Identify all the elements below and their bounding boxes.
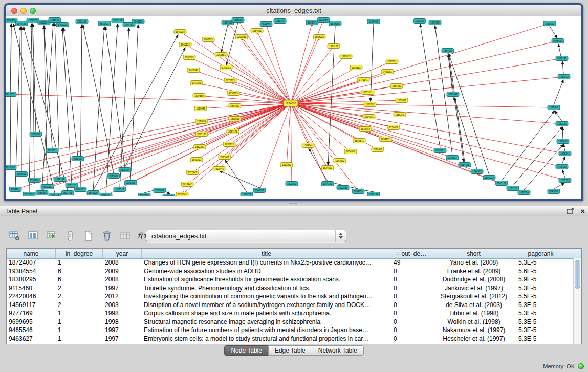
graph-node[interactable]: 2204091 [363,115,375,119]
table-cell-year[interactable]: 2012 [103,293,142,300]
graph-node[interactable]: 1125484 [317,18,330,23]
table-cell-title[interactable]: Tourette syndrome. Phenomenology and cla… [142,285,391,292]
graph-node[interactable]: 1543823 [334,159,346,163]
graph-node[interactable]: 1906121 [328,44,340,49]
table-cell-short[interactable]: Hescheler et al. (1997) [431,335,516,342]
graph-node[interactable]: 1201077 [74,187,86,192]
graph-node[interactable]: 1551503 [543,21,556,26]
graph-node[interactable]: 1036141 [559,151,571,156]
graph-node[interactable]: 2055233 [124,181,137,185]
graph-node[interactable]: 1590124 [28,178,40,183]
table-cell-year[interactable]: 1998 [103,318,142,325]
show-columns-button[interactable] [26,228,41,244]
delete-table-button[interactable] [99,228,115,244]
table-cell-out-de-[interactable]: 0 [391,310,431,317]
column-header-pagerank[interactable]: pagerank [516,249,565,258]
table-cell-pagerank[interactable]: 5.3E-5 [516,301,565,309]
graph-node[interactable]: 9614121 [459,163,471,167]
graph-node[interactable]: 1548086 [329,21,341,26]
graph-node[interactable]: 1861121 [507,186,519,191]
table-cell-short[interactable]: Nakamura et al. (1997) [431,326,516,334]
graph-node[interactable]: 1188640 [49,18,61,23]
table-cell-pagerank[interactable]: 5.3E-5 [516,310,565,317]
graph-node[interactable]: 1861363 [559,178,571,183]
table-cell-in-degree[interactable]: 6 [56,268,103,275]
column-header-in-degree[interactable]: in_degree [56,249,103,258]
graph-node[interactable]: 1884323 [483,176,495,180]
scrollbar-thumb[interactable] [575,260,580,289]
graph-node[interactable]: 2056951 [15,172,28,177]
graph-node[interactable]: 6879313 [229,104,241,108]
graph-node[interactable]: 1093443 [194,106,207,111]
graph-node[interactable]: 1872104 [49,193,61,197]
table-cell-year[interactable]: 2008 [103,259,142,266]
table-row[interactable]: 946362711997Embryonic stem cells: a mode… [7,335,574,343]
graph-node[interactable]: 1755023 [56,23,69,27]
graph-node[interactable]: 2067171 [227,129,239,134]
graph-node[interactable]: 1894653 [352,189,364,194]
graph-node[interactable]: 1162652 [350,65,362,70]
graph-node[interactable]: 1595812 [548,105,560,110]
table-cell-out-de-[interactable]: 0 [391,335,431,342]
graph-node[interactable]: 6791943 [447,92,459,97]
graph-node[interactable]: 1958223 [241,192,253,197]
graph-node[interactable]: 1322013 [340,54,352,59]
table-row[interactable]: 977716911998Corpus callosum shape and si… [7,309,574,318]
graph-node[interactable]: 1221397 [413,19,426,24]
table-cell-year[interactable]: 2003 [103,301,142,309]
graph-node[interactable]: 3067172 [195,132,208,137]
table-cell-out-de-[interactable]: 0 [391,268,431,275]
table-cell-year[interactable]: 1997 [103,326,142,334]
table-cell-title[interactable]: Estimation of significance thresholds fo… [142,276,391,283]
graph-node[interactable]: 2200581 [235,35,248,39]
table-cell-in-degree[interactable]: 1 [56,310,103,317]
graph-node[interactable]: 1094503 [471,169,483,174]
graph-node[interactable]: 1857552 [390,84,403,89]
graph-node[interactable]: 2050602 [154,188,166,193]
tab-edge-table[interactable]: Edge Table [268,345,312,356]
table-row[interactable]: 2242004622012Investigating the contribut… [7,292,574,301]
graph-node[interactable]: 1854951 [344,149,357,154]
window-zoom-button[interactable] [30,8,36,14]
graph-node[interactable]: 9725443 [186,170,199,175]
table-cell-short[interactable]: Stergiakouli et al. (2012) [431,293,516,300]
graph-node[interactable]: 1512037 [23,192,35,197]
window-close-button[interactable] [11,8,17,14]
graph-node[interactable]: 1210463 [557,139,569,144]
import-table-button[interactable] [44,228,59,244]
network-window-titlebar[interactable]: citations_edges.txt [6,5,581,16]
graph-node[interactable]: 4257125 [227,91,239,96]
table-cell-out-de-[interactable]: 0 [391,285,431,292]
table-cell-short[interactable]: Franke et al. (2009) [431,268,516,275]
table-cell-pagerank[interactable]: 5.3E-5 [516,259,565,266]
column-header-name[interactable]: name [7,249,56,258]
graph-node[interactable]: 2068051 [30,132,42,137]
graph-node[interactable]: 1843025 [87,191,99,195]
graph-node[interactable]: 1275123 [224,78,236,83]
graph-node[interactable]: 7619443 [213,167,225,171]
graph-node[interactable]: 2044183 [15,21,28,26]
float-panel-button[interactable] [567,207,574,215]
table-cell-out-de-[interactable]: 0 [391,326,431,334]
graph-node[interactable]: 1961375 [274,19,286,24]
graph-node[interactable]: 8791971 [434,148,446,153]
graph-node[interactable]: 8183041 [306,20,318,25]
graph-node[interactable]: 9533701 [61,191,74,195]
graph-node[interactable]: 1532013 [286,182,298,186]
table-cell-title[interactable]: Changes of HCN gene expression and I(f) … [142,259,391,266]
graph-node[interactable]: 8815421 [98,21,111,26]
table-cell-title[interactable]: Embryonic stem cells: a model to study s… [142,335,391,342]
graph-node[interactable]: 1630213 [190,158,203,162]
graph-hub-node[interactable]: 1724036 [284,100,298,106]
graph-node[interactable]: 1781582 [183,55,195,60]
graph-node[interactable]: 1512134 [367,192,380,197]
graph-node[interactable]: 9734521 [100,193,112,197]
graph-node[interactable]: 1966805 [232,18,244,23]
table-cell-in-degree[interactable]: 2 [56,301,103,309]
graph-node[interactable]: 2020051 [46,148,58,153]
graph-node[interactable]: 1664653 [260,22,272,27]
table-row[interactable]: 1830029562008Estimation of significance … [7,275,574,284]
graph-node[interactable]: 1210352 [280,163,293,167]
table-cell-name[interactable]: 18724007 [7,259,56,266]
delete-column-button[interactable] [118,228,133,244]
